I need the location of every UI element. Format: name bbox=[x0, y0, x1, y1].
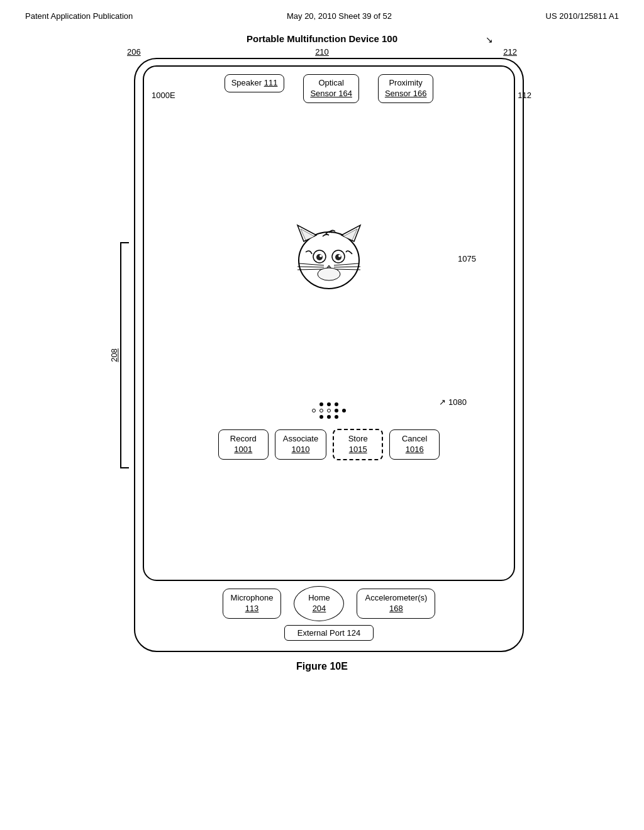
label-112: 112 bbox=[518, 91, 531, 100]
device-inner-frame: 1000E 112 Speaker 111 OpticalSensor 164 … bbox=[143, 65, 515, 581]
label-1075: 1075 bbox=[458, 254, 476, 263]
dot-outline bbox=[327, 409, 331, 412]
home-button[interactable]: Home204 bbox=[294, 586, 344, 621]
mascot-area: 1075 bbox=[157, 114, 501, 402]
dots-row-top bbox=[319, 402, 338, 406]
dot bbox=[327, 415, 331, 419]
dots-pattern bbox=[312, 402, 346, 419]
record-button[interactable]: Record1001 bbox=[218, 429, 269, 460]
optical-sensor-box: OpticalSensor 164 bbox=[303, 74, 359, 103]
device-bottom-area: Microphone113 Home204 Accelerometer(s)16… bbox=[143, 581, 515, 645]
screen-buttons-row: Record1001 Associate1010 Store1015 Cance… bbox=[212, 424, 446, 467]
device-title-row: Portable Multifunction Device 100 ↘ bbox=[108, 33, 536, 45]
page-header: Patent Application Publication May 20, 2… bbox=[0, 0, 644, 27]
proximity-sensor-box: ProximitySensor 166 bbox=[378, 74, 434, 103]
mascot-ref-label: 1075 bbox=[458, 253, 476, 264]
svg-point-10 bbox=[338, 255, 341, 257]
speaker-sensor-box: Speaker 111 bbox=[225, 74, 285, 92]
ref-208-label: 208 bbox=[109, 348, 119, 362]
dot bbox=[342, 409, 346, 412]
ref-numbers-row: 206 210 212 bbox=[127, 47, 517, 57]
top-sensor-bar: Speaker 111 OpticalSensor 164 ProximityS… bbox=[144, 67, 514, 108]
dot bbox=[335, 402, 338, 406]
dot bbox=[327, 402, 331, 406]
ref-212: 212 bbox=[503, 47, 517, 57]
ref-210: 210 bbox=[315, 47, 329, 57]
dot bbox=[335, 409, 338, 412]
header-left: Patent Application Publication bbox=[25, 11, 133, 21]
speaker-label: Speaker 111 bbox=[231, 78, 278, 87]
ref-206: 206 bbox=[127, 47, 141, 57]
accelerometer-button[interactable]: Accelerometer(s)168 bbox=[357, 589, 435, 619]
cancel-button[interactable]: Cancel1016 bbox=[389, 429, 440, 460]
header-middle: May 20, 2010 Sheet 39 of 52 bbox=[287, 11, 392, 21]
dot bbox=[319, 402, 323, 406]
store-button[interactable]: Store1015 bbox=[333, 429, 383, 460]
tiger-mascot bbox=[288, 218, 370, 299]
side-208-bracket: 208 bbox=[120, 242, 129, 468]
external-port-label: External Port 124 bbox=[297, 628, 360, 638]
dots-row-middle bbox=[312, 409, 346, 412]
dot-outline bbox=[319, 409, 323, 412]
figure-caption: Figure 10E bbox=[296, 661, 348, 672]
svg-point-18 bbox=[318, 268, 340, 280]
device-outer-wrapper: 208 1000E 112 Speaker 111 OpticalSensor … bbox=[120, 58, 524, 652]
title-arrow: ↘ bbox=[486, 35, 493, 45]
associate-button[interactable]: Associate1010 bbox=[275, 429, 326, 460]
bottom-buttons-row: Microphone113 Home204 Accelerometer(s)16… bbox=[223, 586, 436, 621]
dots-row-bottom bbox=[319, 415, 338, 419]
dot bbox=[319, 415, 323, 419]
microphone-button[interactable]: Microphone113 bbox=[223, 589, 282, 619]
svg-point-7 bbox=[316, 254, 323, 260]
dots-area: ↗ 1080 bbox=[157, 402, 501, 419]
proximity-label: ProximitySensor 166 bbox=[385, 78, 427, 98]
diagram-area: Portable Multifunction Device 100 ↘ 206 … bbox=[0, 27, 644, 672]
optical-label: OpticalSensor 164 bbox=[310, 78, 352, 98]
device-outer-frame: 1000E 112 Speaker 111 OpticalSensor 164 … bbox=[134, 58, 524, 652]
dot-outline bbox=[312, 409, 316, 412]
device-title: Portable Multifunction Device 100 bbox=[247, 33, 397, 44]
svg-point-9 bbox=[319, 255, 322, 257]
external-port-box: External Port 124 bbox=[284, 625, 374, 641]
dot bbox=[335, 415, 338, 419]
screen-content: 1075 ↗ 1080 bbox=[144, 108, 514, 473]
header-right: US 2010/125811 A1 bbox=[546, 11, 619, 21]
dots-label-1080: ↗ 1080 bbox=[439, 397, 467, 407]
svg-point-8 bbox=[335, 254, 341, 260]
